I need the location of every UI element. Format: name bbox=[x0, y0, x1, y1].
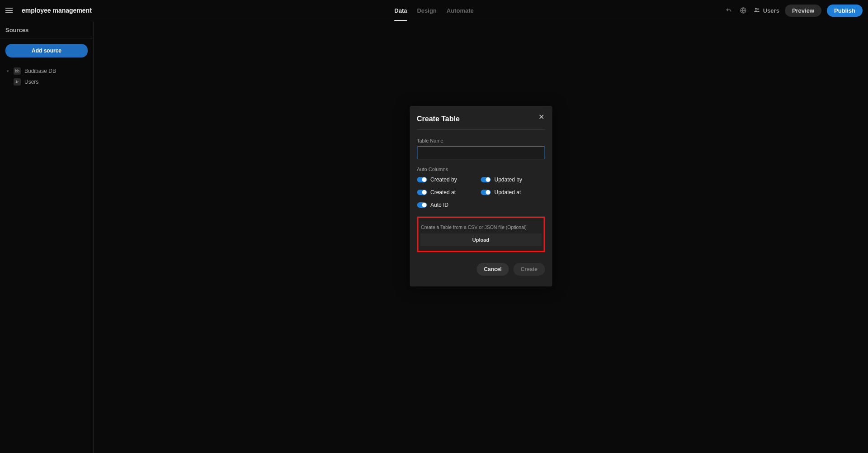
users-table-icon bbox=[14, 78, 21, 86]
close-icon[interactable]: ✕ bbox=[537, 112, 546, 121]
toggle-auto-id[interactable]: Auto ID bbox=[417, 202, 481, 208]
app-title: employee management bbox=[22, 7, 92, 14]
toggle-label: Updated at bbox=[495, 189, 521, 196]
source-item-label: Budibase DB bbox=[24, 68, 56, 74]
publish-button[interactable]: Publish bbox=[827, 5, 863, 17]
chevron-down-icon: ▾ bbox=[5, 69, 10, 73]
create-table-modal: ✕ Create Table Table Name Auto Columns C… bbox=[410, 106, 552, 286]
tab-data[interactable]: Data bbox=[394, 0, 407, 21]
upload-description: Create a Table from a CSV or JSON file (… bbox=[420, 224, 542, 230]
globe-icon[interactable] bbox=[739, 6, 748, 15]
top-tabs: Data Design Automate bbox=[394, 0, 473, 21]
topbar-right: Users Preview Publish bbox=[724, 5, 863, 17]
svg-point-4 bbox=[18, 81, 19, 82]
svg-point-1 bbox=[755, 8, 757, 10]
toggle-created-at[interactable]: Created at bbox=[417, 189, 481, 196]
source-item-budibase-db[interactable]: ▾ bb Budibase DB bbox=[5, 66, 89, 76]
toggle-switch[interactable] bbox=[481, 190, 491, 195]
users-icon bbox=[753, 6, 760, 15]
cancel-button[interactable]: Cancel bbox=[476, 263, 509, 276]
tab-design[interactable]: Design bbox=[417, 0, 436, 21]
toggle-switch[interactable] bbox=[417, 190, 427, 195]
table-name-label: Table Name bbox=[417, 138, 545, 143]
toggle-created-by[interactable]: Created by bbox=[417, 176, 481, 183]
toggle-label: Created at bbox=[430, 189, 456, 196]
upload-button[interactable]: Upload bbox=[420, 234, 542, 246]
source-item-users[interactable]: Users bbox=[5, 76, 89, 87]
source-list: ▾ bb Budibase DB Users bbox=[0, 63, 93, 90]
users-button[interactable]: Users bbox=[753, 6, 779, 15]
svg-point-3 bbox=[16, 81, 18, 82]
toggle-label: Updated by bbox=[495, 176, 522, 183]
main-layout: Sources Add source ▾ bb Budibase DB User… bbox=[0, 21, 868, 453]
svg-point-2 bbox=[757, 8, 759, 10]
auto-columns-grid: Created by Updated by Created at Updated… bbox=[417, 176, 545, 208]
sidebar-title: Sources bbox=[0, 21, 93, 38]
toggle-switch[interactable] bbox=[481, 177, 491, 182]
modal-divider bbox=[417, 129, 545, 130]
main-area: ✕ Create Table Table Name Auto Columns C… bbox=[94, 21, 868, 453]
toggle-switch[interactable] bbox=[417, 202, 427, 208]
tab-automate[interactable]: Automate bbox=[447, 0, 474, 21]
preview-button[interactable]: Preview bbox=[785, 5, 821, 17]
source-item-label: Users bbox=[24, 79, 38, 85]
hamburger-menu-icon[interactable] bbox=[5, 5, 15, 15]
sidebar: Sources Add source ▾ bb Budibase DB User… bbox=[0, 21, 94, 453]
add-source-button[interactable]: Add source bbox=[5, 44, 88, 57]
create-button[interactable]: Create bbox=[514, 263, 545, 276]
modal-actions: Cancel Create bbox=[417, 263, 545, 276]
table-name-input[interactable] bbox=[417, 146, 545, 159]
budibase-db-icon: bb bbox=[14, 67, 21, 75]
modal-title: Create Table bbox=[417, 115, 545, 123]
undo-icon[interactable] bbox=[724, 6, 733, 15]
toggle-label: Auto ID bbox=[430, 202, 448, 208]
add-source-wrap: Add source bbox=[0, 38, 93, 63]
toggle-label: Created by bbox=[430, 176, 457, 183]
topbar: employee management Data Design Automate… bbox=[0, 0, 868, 21]
users-label: Users bbox=[763, 7, 779, 14]
toggle-updated-at[interactable]: Updated at bbox=[481, 189, 545, 196]
toggle-switch[interactable] bbox=[417, 177, 427, 182]
auto-columns-label: Auto Columns bbox=[417, 167, 545, 172]
upload-section-highlighted: Create a Table from a CSV or JSON file (… bbox=[417, 217, 545, 252]
toggle-updated-by[interactable]: Updated by bbox=[481, 176, 545, 183]
